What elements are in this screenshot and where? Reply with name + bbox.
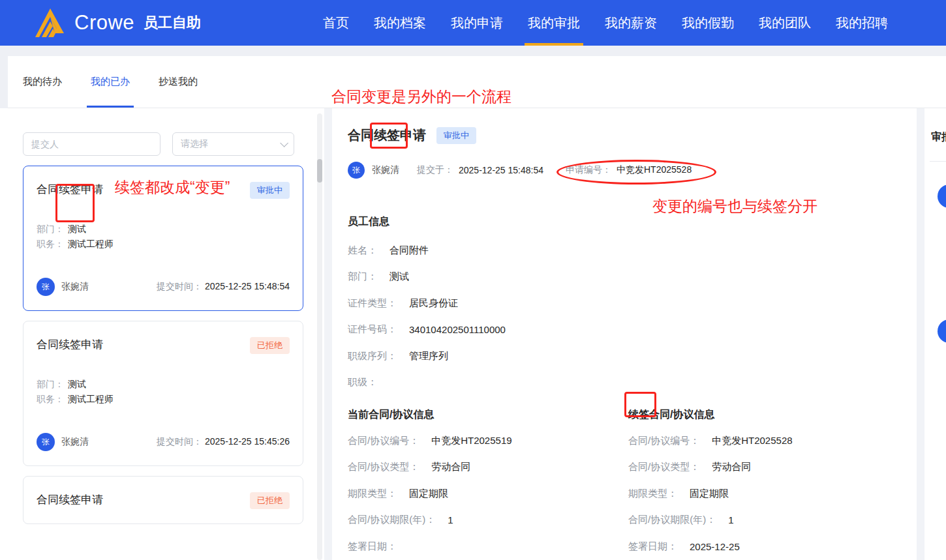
job-value: 测试工程师 <box>68 239 114 249</box>
current-contract-title: 当前合同/协议信息 <box>348 408 628 422</box>
tab-my-done[interactable]: 我的已办 <box>91 56 130 108</box>
submit-time-value: 2025-12-25 15:48:54 <box>205 281 290 291</box>
avatar: 张 <box>37 278 55 296</box>
top-navbar: Crowe 员工自助 首页 我的档案 我的申请 我的审批 我的薪资 我的假勤 我… <box>0 0 946 46</box>
field-label: 签署日期： <box>628 540 677 553</box>
card-meta: 部门：测试 职务：测试工程师 <box>37 377 290 407</box>
avatar: 张 <box>37 433 55 451</box>
employee-info-section: 员工信息 姓名：合同附件 部门：测试 证件类型：居民身份证 证件号码：34010… <box>348 215 917 396</box>
nav-item-home[interactable]: 首页 <box>311 0 361 46</box>
field-label: 职级： <box>348 376 377 389</box>
field-label: 期限类型： <box>348 488 397 500</box>
vertical-divider <box>917 108 924 560</box>
employee-section-title: 员工信息 <box>348 215 917 229</box>
chevron-down-icon <box>280 139 288 147</box>
tab-cc-to-me[interactable]: 抄送我的 <box>159 56 198 108</box>
nav-item-team[interactable]: 我的团队 <box>746 0 823 46</box>
approval-card[interactable]: 合同续签申请 已拒绝 <box>23 476 303 524</box>
field-value: 管理序列 <box>409 350 448 362</box>
field-value: 固定期限 <box>409 488 448 500</box>
card-title: 合同续签申请 <box>37 182 103 197</box>
detail-title: 合同续签申请 <box>348 126 426 144</box>
approval-flow-title: 审批流程 <box>931 130 946 144</box>
status-badge: 审批中 <box>250 182 290 199</box>
approver-avatar <box>938 319 946 343</box>
submit-time: 提交时间： 2025-12-25 15:48:54 <box>157 281 290 293</box>
status-badge: 已拒绝 <box>250 337 290 354</box>
nav-item-applications[interactable]: 我的申请 <box>438 0 515 46</box>
tab-my-todo[interactable]: 我的待办 <box>23 56 62 108</box>
navbar-gap <box>0 46 946 56</box>
field-value: 测试 <box>389 271 409 283</box>
submitted-time: 2025-12-25 15:48:54 <box>459 165 543 175</box>
divider <box>930 161 946 162</box>
vertical-divider <box>324 108 332 560</box>
dept-label: 部门： <box>37 379 64 389</box>
submit-time-label: 提交时间： <box>157 436 202 447</box>
content-columns: 请选择 合同续签申请 审批中 部门：测试 职务：测试工程师 张 张婉清 提交时间… <box>0 108 946 560</box>
field-label: 职级序列： <box>348 350 397 362</box>
field-value: 中竞发HT2025519 <box>431 435 511 447</box>
app-name: 员工自助 <box>144 13 201 33</box>
field-label: 合同/协议编号： <box>348 435 419 447</box>
approval-flow-panel: 审批流程 <box>924 108 946 560</box>
crowe-logo-icon <box>35 8 65 37</box>
avatar: 张 <box>348 162 365 179</box>
submitter-name: 张婉清 <box>372 164 399 176</box>
approval-card[interactable]: 合同续签申请 审批中 部门：测试 职务：测试工程师 张 张婉清 提交时间： 20… <box>23 166 303 311</box>
field-label: 签署日期： <box>348 540 397 553</box>
nav-item-recruit[interactable]: 我的招聘 <box>823 0 900 46</box>
submit-time-value: 2025-12-25 15:45:26 <box>205 436 290 447</box>
approver-avatar <box>938 184 946 208</box>
card-meta: 部门：测试 职务：测试工程师 <box>37 222 290 252</box>
field-value: 固定期限 <box>690 488 729 500</box>
submit-time: 提交时间： 2025-12-25 15:45:26 <box>157 436 290 448</box>
dept-label: 部门： <box>37 224 64 234</box>
approval-tabbar: 我的待办 我的已办 抄送我的 <box>8 56 946 108</box>
field-label: 合同/协议类型： <box>628 461 699 473</box>
card-title: 合同续签申请 <box>37 492 103 507</box>
card-title: 合同续签申请 <box>37 337 103 352</box>
job-label: 职务： <box>37 239 64 249</box>
job-value: 测试工程师 <box>68 394 114 404</box>
status-select[interactable]: 请选择 <box>172 132 294 156</box>
nav-item-archive[interactable]: 我的档案 <box>361 0 438 46</box>
field-label: 期限类型： <box>628 488 677 500</box>
application-number-label: 申请编号： <box>566 164 611 176</box>
detail-submit-row: 张 张婉清 提交于： 2025-12-25 15:48:54 申请编号： 中竞发… <box>348 162 917 179</box>
field-value: 1 <box>448 514 453 525</box>
submitter-input[interactable] <box>23 132 160 156</box>
dept-value: 测试 <box>68 224 86 234</box>
field-label: 证件类型： <box>348 297 397 310</box>
filter-row: 请选择 <box>23 132 303 156</box>
submitted-label: 提交于： <box>417 164 453 176</box>
field-value: 340104202501110000 <box>409 324 506 335</box>
current-contract-section: 当前合同/协议信息 合同/协议编号：中竞发HT2025519 合同/协议类型：劳… <box>348 408 628 560</box>
status-select-placeholder: 请选择 <box>181 138 208 150</box>
field-value: 2025-12-25 <box>690 541 740 552</box>
field-value: 1 <box>728 514 733 525</box>
nav-item-attendance[interactable]: 我的假勤 <box>669 0 746 46</box>
field-value: 中竞发HT2025528 <box>712 435 792 447</box>
field-label: 证件号码： <box>348 323 397 336</box>
approval-detail-pane: 合同续签申请 审批中 张 张婉清 提交于： 2025-12-25 15:48:5… <box>332 108 917 560</box>
field-value: 劳动合同 <box>712 461 751 473</box>
sidebar-scrollbar-thumb[interactable] <box>317 159 322 183</box>
field-label: 合同/协议类型： <box>348 461 419 473</box>
field-value: 合同附件 <box>389 244 429 257</box>
nav-item-salary[interactable]: 我的薪资 <box>592 0 669 46</box>
submit-time-label: 提交时间： <box>157 281 202 291</box>
brand-name: Crowe <box>74 11 134 35</box>
detail-status-badge: 审批中 <box>436 127 476 144</box>
submitter-name: 张婉清 <box>61 436 89 448</box>
renewal-contract-title: 续签合同/协议信息 <box>628 408 909 422</box>
sidebar-scrollbar-track[interactable] <box>317 113 322 560</box>
application-number: 申请编号： 中竞发HT2025528 <box>566 164 692 176</box>
field-value: 居民身份证 <box>409 297 458 310</box>
job-label: 职务： <box>37 394 64 404</box>
approval-card[interactable]: 合同续签申请 已拒绝 部门：测试 职务：测试工程师 张 张婉清 提交时间： 20… <box>23 321 303 466</box>
application-number-value: 中竞发HT2025528 <box>617 164 692 176</box>
submitter-name: 张婉清 <box>61 281 89 293</box>
field-label: 合同/协议期限(年)： <box>348 514 435 526</box>
nav-item-approvals[interactable]: 我的审批 <box>515 0 592 46</box>
